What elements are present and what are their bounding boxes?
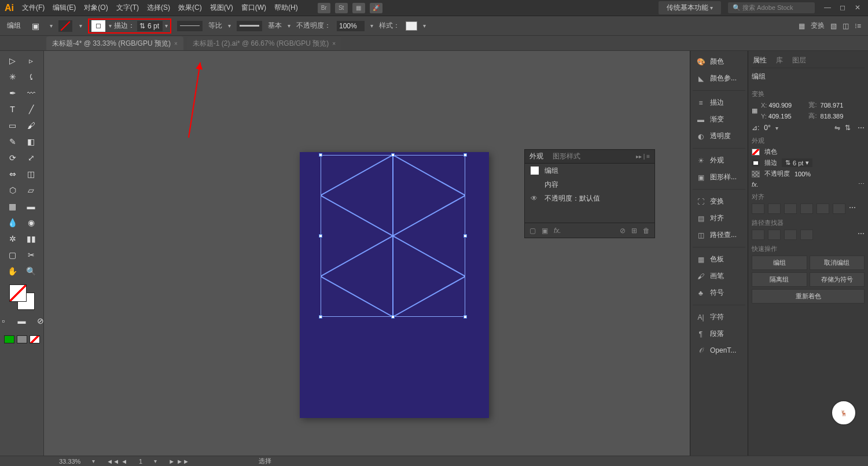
dock-paragraph[interactable]: ¶段落 xyxy=(693,327,745,341)
scale-tool[interactable]: ⤢ xyxy=(23,150,40,165)
transform-h[interactable]: 818.389 xyxy=(821,113,865,120)
menu-select[interactable]: 选择(S) xyxy=(147,3,170,13)
dock-color-guide[interactable]: ◣颜色参... xyxy=(693,71,745,86)
stroke-swatch-mini[interactable] xyxy=(752,160,760,167)
width-tool[interactable]: ⇔ xyxy=(4,167,21,182)
selection-tool[interactable]: ▷ xyxy=(4,53,21,68)
btn-group[interactable]: 编组 xyxy=(752,256,807,270)
dock-opentype[interactable]: 𝒪OpenT... xyxy=(693,343,745,357)
dock-brushes[interactable]: 🖌画笔 xyxy=(693,269,745,283)
shaper-tool[interactable]: ✎ xyxy=(4,134,21,149)
fill-stroke-colors[interactable] xyxy=(9,284,35,310)
color-mode-icon[interactable]: ▫ xyxy=(0,313,12,328)
magic-wand-tool[interactable]: ✳ xyxy=(4,69,21,84)
stock-search[interactable]: 🔍 搜索 Adobe Stock xyxy=(728,2,815,13)
dock-gradient[interactable]: ▬渐变 xyxy=(693,112,745,127)
align-bottom-icon[interactable] xyxy=(833,204,845,214)
eyedropper-tool[interactable]: 💧 xyxy=(4,215,21,230)
dock-graphic-styles[interactable]: ▣图形样... xyxy=(693,170,745,184)
isolate-icon[interactable]: ▧ xyxy=(830,22,837,30)
stroke-weight-input[interactable]: ⇅ 6 pt xyxy=(137,21,163,31)
type-tool[interactable]: T xyxy=(4,102,21,117)
align-hcenter-icon[interactable] xyxy=(768,204,781,214)
window-minimize[interactable]: — xyxy=(822,3,833,13)
more-options-icon[interactable]: ⋯ xyxy=(858,180,865,188)
workspace-selector[interactable]: 传统基本功能 ▾ xyxy=(659,1,721,14)
menu-effect[interactable]: 效果(C) xyxy=(178,3,202,13)
rectangle-tool[interactable]: ▭ xyxy=(4,118,21,133)
tab-graphic-styles[interactable]: 图形样式 xyxy=(553,151,580,161)
more-options-icon[interactable]: ⋯ xyxy=(858,124,865,132)
dock-swatches[interactable]: ▦色板 xyxy=(693,252,745,267)
blend-tool[interactable]: ◉ xyxy=(23,215,40,230)
artboard-nav-prev[interactable]: ◄◄ ◄ xyxy=(106,458,127,465)
window-close[interactable]: ✕ xyxy=(852,3,863,13)
rotate-tool[interactable]: ⟳ xyxy=(4,150,21,165)
screen-mode-3[interactable] xyxy=(30,335,40,343)
dock-color[interactable]: 🎨颜色 xyxy=(693,54,745,69)
bbox-dd[interactable]: ▾ xyxy=(50,23,53,29)
flip-v-icon[interactable]: ⇅ xyxy=(845,124,851,132)
opacity-mini[interactable]: 100% xyxy=(795,171,811,177)
arrange-icon[interactable]: ▦ xyxy=(352,3,365,13)
align-left-icon[interactable] xyxy=(752,204,764,214)
stroke-profile[interactable] xyxy=(177,21,203,31)
close-icon[interactable]: × xyxy=(174,40,178,47)
dock-align[interactable]: ▤对齐 xyxy=(693,211,745,225)
fill-swatch[interactable] xyxy=(58,20,72,32)
close-icon[interactable]: × xyxy=(332,40,336,47)
align-top-icon[interactable] xyxy=(800,204,813,214)
pathfinder-minus-icon[interactable] xyxy=(768,230,781,240)
zoom-level[interactable]: 33.33% xyxy=(59,458,80,465)
tab-libraries[interactable]: 库 xyxy=(776,56,783,65)
artboard-tool[interactable]: ▢ xyxy=(4,247,21,262)
line-tool[interactable]: ╱ xyxy=(23,102,40,117)
mesh-tool[interactable]: ▦ xyxy=(4,199,21,214)
align-icon[interactable]: ▦ xyxy=(799,22,805,30)
dock-transform[interactable]: ⛶变换 xyxy=(693,194,745,209)
screen-mode-2[interactable] xyxy=(17,335,27,343)
shape-builder-tool[interactable]: ⬡ xyxy=(4,183,21,198)
pathfinder-intersect-icon[interactable] xyxy=(784,230,797,240)
tab-layers[interactable]: 图层 xyxy=(792,56,806,65)
menu-object[interactable]: 对象(O) xyxy=(84,3,108,13)
clear-icon[interactable]: ⊘ xyxy=(620,227,626,235)
menu-view[interactable]: 视图(V) xyxy=(210,3,233,13)
btn-save-symbol[interactable]: 存储为符号 xyxy=(810,272,865,287)
stock-icon[interactable]: St xyxy=(335,3,348,13)
dock-character[interactable]: A|字符 xyxy=(693,310,745,324)
perspective-tool[interactable]: ▱ xyxy=(23,183,40,198)
brush-def[interactable] xyxy=(237,21,262,31)
menu-help[interactable]: 帮助(H) xyxy=(274,3,298,13)
panel-collapse-icon[interactable]: ▸▸ | ≡ xyxy=(636,153,650,160)
menu-edit[interactable]: 编辑(E) xyxy=(53,3,76,13)
menu-type[interactable]: 文字(T) xyxy=(116,3,139,13)
tab-properties[interactable]: 属性 xyxy=(753,56,767,65)
menu-file[interactable]: 文件(F) xyxy=(22,3,45,13)
brush-tool[interactable]: 🖌 xyxy=(23,118,40,133)
graph-tool[interactable]: ▮▮ xyxy=(23,231,40,246)
artboard-nav-next[interactable]: ► ►► xyxy=(168,458,189,465)
dock-symbols[interactable]: ♣符号 xyxy=(693,286,745,300)
tab-doc-2[interactable]: 未标题-1 (2).ai* @ 66.67% (RGB/GPU 预览)× xyxy=(187,36,341,50)
hand-tool[interactable]: ✋ xyxy=(4,264,21,279)
gradient-mode-icon[interactable]: ▬ xyxy=(13,313,31,328)
dock-transparency[interactable]: ◐透明度 xyxy=(693,129,745,143)
more-options-icon[interactable]: ⋯ xyxy=(849,204,856,214)
free-transform-tool[interactable]: ◫ xyxy=(23,167,40,182)
symbol-sprayer-tool[interactable]: ✲ xyxy=(4,231,21,246)
btn-ungroup[interactable]: 取消编组 xyxy=(810,256,865,270)
more-icon[interactable]: ⁝≡ xyxy=(855,22,861,30)
canvas[interactable]: 外观 图形样式 ▸▸ | ≡ 编组 内容 👁不透明度：默认值 ▢ ▣ fx. ⊘… xyxy=(44,51,690,456)
tab-doc-1[interactable]: 未标题-4* @ 33.33% (RGB/GPU 预览)× xyxy=(46,36,183,50)
fx-link[interactable]: fx. xyxy=(752,181,759,188)
gpu-icon[interactable]: 🚀 xyxy=(370,3,382,13)
mask-icon[interactable]: ◫ xyxy=(843,22,849,30)
new-fill-icon[interactable]: ▢ xyxy=(529,227,536,235)
align-right-icon[interactable] xyxy=(784,204,797,214)
bridge-icon[interactable]: Br xyxy=(318,3,330,13)
stroke-swatch[interactable] xyxy=(91,20,105,32)
transform-y[interactable]: 409.195 xyxy=(768,113,792,120)
graphic-style-swatch[interactable] xyxy=(406,21,417,31)
transform-x[interactable]: 490.909 xyxy=(768,102,792,109)
